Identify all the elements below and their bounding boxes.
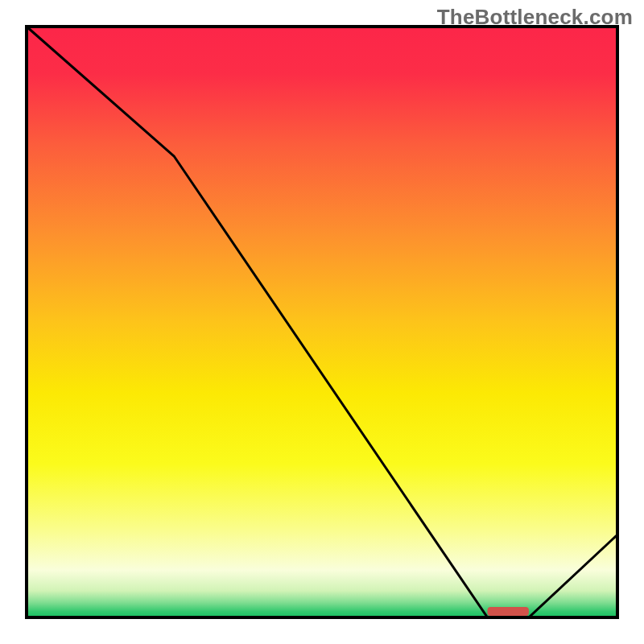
optimal-range-marker (488, 607, 529, 616)
chart-root: TheBottleneck.com (0, 0, 644, 644)
bottleneck-chart (0, 0, 644, 644)
plot-background (27, 27, 617, 617)
